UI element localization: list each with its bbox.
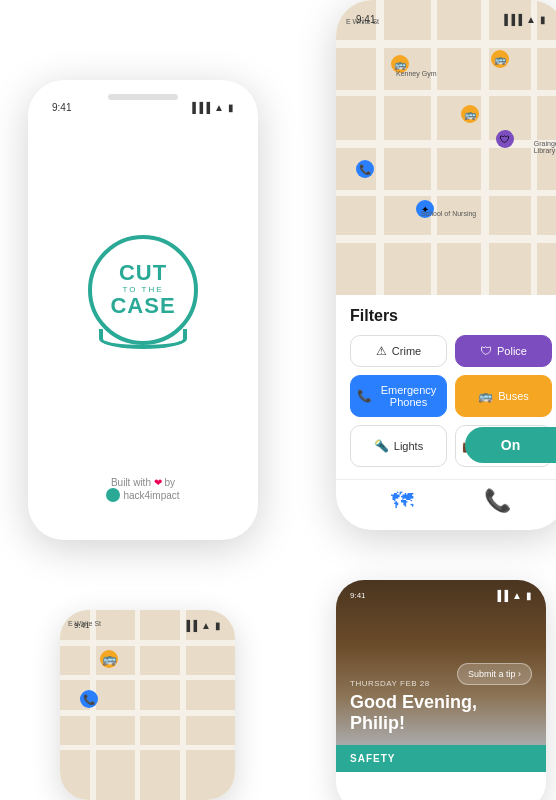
filter-crime-btn[interactable]: ⚠ Crime bbox=[350, 335, 447, 367]
bl-bus-pin: 🚌 bbox=[100, 650, 118, 668]
bl-signal: ▐▐ bbox=[183, 620, 197, 631]
status-icons: ▐▐▐ ▲ ▮ bbox=[189, 102, 234, 113]
phone-main-footer: Built with ❤ by hack4impact bbox=[106, 477, 179, 502]
br-signal: ▐▐ bbox=[494, 590, 508, 601]
bl-road-h3 bbox=[60, 710, 235, 716]
battery-icon: ▮ bbox=[228, 102, 234, 113]
map-bus-pin-2: 🚌 bbox=[461, 105, 479, 123]
bl-icons: ▐▐ ▲ ▮ bbox=[183, 620, 221, 631]
filter-emergency-label: Emergency Phones bbox=[377, 384, 440, 408]
greeting-background: THURSDAY FEB 28 Good Evening, Philip! Su… bbox=[336, 580, 546, 745]
filter-police-btn[interactable]: 🛡 Police bbox=[455, 335, 552, 367]
status-time: 9:41 bbox=[52, 102, 71, 113]
submit-tip-label: Submit a tip › bbox=[468, 669, 521, 679]
filter-crime-label: Crime bbox=[392, 345, 421, 357]
filter-row-2: 📞 Emergency Phones 🚌 Buses bbox=[350, 375, 552, 417]
bl-road-h2 bbox=[60, 675, 235, 680]
nav-phone-icon[interactable]: 📞 bbox=[484, 488, 511, 514]
map-shield-pin: 🛡 bbox=[496, 130, 514, 148]
app-logo: CUT TO THE CASE bbox=[88, 235, 198, 345]
nav-map-icon[interactable]: 🗺 bbox=[391, 488, 413, 514]
bl-time: 9:41 bbox=[74, 621, 90, 630]
map-view[interactable]: 🚌 🚌 🚌 📞 ✦ 🛡 E White St Kenney Gym Graing… bbox=[336, 0, 556, 295]
map-label-kenney: Kenney Gym bbox=[396, 70, 436, 77]
filter-row-1: ⚠ Crime 🛡 Police bbox=[350, 335, 552, 367]
shield-icon: 🛡 bbox=[480, 344, 492, 358]
filter-police-label: Police bbox=[497, 345, 527, 357]
signal-icon: ▐▐▐ bbox=[189, 102, 210, 113]
wifi-icon: ▲ bbox=[214, 102, 224, 113]
tr-status-icons: ▐▐▐ ▲ ▮ bbox=[501, 14, 546, 25]
greeting-text: Good Evening, Philip! bbox=[350, 692, 532, 735]
on-label: On bbox=[501, 437, 520, 453]
phone-main-status-bar: 9:41 ▐▐▐ ▲ ▮ bbox=[52, 102, 234, 113]
map-label-grainger: GraingerLibrary bbox=[534, 140, 556, 154]
phone-tr-nav: 🗺 📞 bbox=[336, 479, 556, 514]
bl-battery: ▮ bbox=[215, 620, 221, 631]
on-badge: On bbox=[465, 427, 556, 463]
filter-emergency-btn[interactable]: 📞 Emergency Phones bbox=[350, 375, 447, 417]
mini-map-view: 🚌 📞 E White St bbox=[60, 610, 235, 800]
tr-signal-icon: ▐▐▐ bbox=[501, 14, 522, 25]
bl-road-h4 bbox=[60, 745, 235, 750]
road-h5 bbox=[336, 235, 556, 243]
br-time: 9:41 bbox=[350, 591, 366, 600]
road-v2 bbox=[431, 0, 437, 295]
bl-phone-pin: 📞 bbox=[80, 690, 98, 708]
heart-icon: ❤ bbox=[154, 477, 165, 488]
phone-greeting: 9:41 ▐▐ ▲ ▮ THURSDAY FEB 28 Good Evening… bbox=[336, 580, 546, 800]
map-label-nursing: School of Nursing bbox=[421, 210, 476, 217]
bl-road-h1 bbox=[60, 640, 235, 646]
map-phone-pin: 📞 bbox=[356, 160, 374, 178]
tr-battery-icon: ▮ bbox=[540, 14, 546, 25]
phone-main: 9:41 ▐▐▐ ▲ ▮ CUT TO THE CASE Built with … bbox=[28, 80, 258, 540]
phone-bl-status: 9:41 ▐▐ ▲ ▮ bbox=[74, 620, 221, 631]
footer-built-text: Built with ❤ by bbox=[106, 477, 179, 488]
br-battery: ▮ bbox=[526, 590, 532, 601]
tr-status-time: 9:41 bbox=[356, 14, 375, 25]
flashlight-icon: 🔦 bbox=[374, 439, 389, 453]
hack4impact-brand: hack4impact bbox=[106, 488, 179, 502]
filter-lights-btn[interactable]: 🔦 Lights bbox=[350, 425, 447, 467]
hack4impact-logo bbox=[106, 488, 120, 502]
logo-text: CUT TO THE CASE bbox=[110, 261, 175, 318]
bl-road-v3 bbox=[180, 610, 186, 800]
br-icons: ▐▐ ▲ ▮ bbox=[494, 590, 532, 601]
bl-road-v2 bbox=[135, 610, 140, 800]
road-h1 bbox=[336, 40, 556, 48]
logo-case-text: CASE bbox=[110, 294, 175, 318]
warning-icon: ⚠ bbox=[376, 344, 387, 358]
hack4impact-label: hack4impact bbox=[123, 490, 179, 501]
road-v1 bbox=[376, 0, 384, 295]
filters-title: Filters bbox=[350, 307, 552, 325]
filter-buses-btn[interactable]: 🚌 Buses bbox=[455, 375, 552, 417]
road-h3 bbox=[336, 140, 556, 148]
road-h4 bbox=[336, 190, 556, 196]
road-v3 bbox=[481, 0, 489, 295]
logo-ring: CUT TO THE CASE bbox=[88, 235, 198, 345]
submit-tip-button[interactable]: Submit a tip › bbox=[457, 663, 532, 685]
phone-tr-status-bar: 9:41 ▐▐▐ ▲ ▮ bbox=[356, 14, 546, 25]
phone-br-status: 9:41 ▐▐ ▲ ▮ bbox=[350, 590, 532, 601]
safety-banner: SAFETY bbox=[336, 745, 546, 772]
filter-lights-label: Lights bbox=[394, 440, 423, 452]
logo-cut-text: CUT bbox=[110, 261, 175, 285]
phone-mini-map: 9:41 ▐▐ ▲ ▮ 🚌 📞 E White St bbox=[60, 610, 235, 800]
safety-label: SAFETY bbox=[350, 753, 395, 764]
filter-buses-label: Buses bbox=[498, 390, 529, 402]
br-wifi: ▲ bbox=[512, 590, 522, 601]
bl-wifi: ▲ bbox=[201, 620, 211, 631]
phone-icon: 📞 bbox=[357, 389, 372, 403]
tr-wifi-icon: ▲ bbox=[526, 14, 536, 25]
map-bus-pin-3: 🚌 bbox=[491, 50, 509, 68]
road-h2 bbox=[336, 90, 556, 96]
bus-icon: 🚌 bbox=[478, 389, 493, 403]
